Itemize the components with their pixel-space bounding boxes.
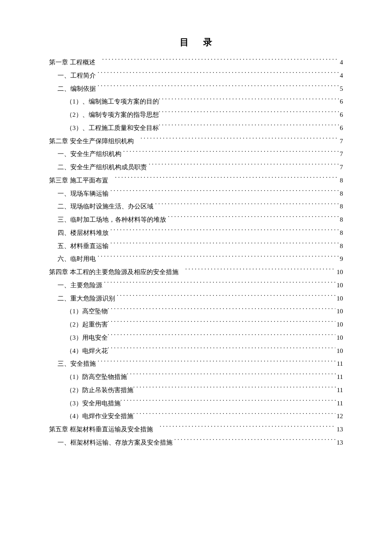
toc-entry-page: 13	[335, 436, 343, 449]
toc-entry: 二、重大危险源识别10	[49, 292, 343, 305]
toc-entry: （1）高空坠物10	[49, 305, 343, 318]
toc-entry: （3）用电安全10	[49, 331, 343, 344]
toc-dots	[121, 399, 336, 405]
toc-entry: 一、框架材料运输、存放方案及安全措施13	[49, 436, 343, 449]
toc-dots	[115, 176, 339, 182]
toc-dots	[117, 294, 335, 301]
toc-entry-label: （3）用电安全	[66, 331, 108, 344]
toc-entry-page: 10	[335, 292, 343, 305]
toc-dots	[108, 347, 336, 353]
toc-entry: 五、材料垂直运输8	[49, 240, 343, 253]
toc-entry-page: 7	[339, 161, 343, 174]
toc-dots	[159, 110, 339, 117]
toc-entry-page: 11	[336, 370, 343, 384]
toc-entry-label: （4）电焊作业安全措施	[66, 410, 133, 423]
toc-entry-label: 五、材料垂直运输	[58, 240, 109, 253]
toc-dots	[155, 202, 339, 208]
toc-entry-page: 11	[336, 357, 343, 370]
toc-entry: 第四章 本工程的主要危险源及相应的安全措施10	[49, 266, 343, 279]
toc-entry-page: 8	[339, 174, 343, 187]
toc-dots	[110, 242, 339, 248]
toc-entry-label: 一、安全生产组织机构	[58, 147, 121, 161]
toc-entry-label: （2）防止吊装伤害措施	[66, 384, 133, 397]
toc-entry: 二、现场临时设施生活、办公区域8	[49, 200, 343, 213]
toc-entry: 六、临时用电9	[49, 252, 343, 266]
toc-entry: 第一章 工程概述4	[49, 56, 343, 69]
toc-entry: 第五章 框架材料垂直运输及安全措施13	[49, 423, 343, 436]
toc-entry-label: 六、临时用电	[58, 252, 96, 266]
toc-entry-page: 6	[339, 95, 343, 108]
toc-entry: 四、楼层材料堆放8	[49, 226, 343, 240]
toc-entry-label: 第一章 工程概述	[49, 56, 95, 69]
toc-entry-label: 第三章 施工平面布置	[49, 174, 108, 187]
toc-entry: 三、临时加工场地，各种材料等的堆放8	[49, 213, 343, 226]
toc-dots	[159, 97, 339, 104]
toc-entry-page: 11	[336, 397, 343, 410]
toc-entry: （3）、工程施工质量和安全目标6	[49, 121, 343, 135]
toc-entry-label: 第五章 框架材料垂直运输及安全措施	[49, 423, 153, 436]
toc-entry-page: 5	[339, 82, 343, 95]
toc-dots	[110, 228, 339, 235]
toc-entry: 一、主要危险源10	[49, 279, 343, 292]
toc-entry-label: 一、工程简介	[58, 69, 96, 82]
toc-entry: 一、工程简介4	[49, 69, 343, 82]
toc-dots	[123, 150, 339, 156]
toc-dots	[102, 58, 339, 64]
toc-entry-label: 三、安全措施	[58, 357, 96, 370]
toc-dots	[127, 373, 336, 379]
toc-entry-page: 10	[335, 305, 343, 318]
toc-entry: 第二章 安全生产保障组织机构7	[49, 135, 343, 148]
toc-entry-page: 6	[339, 108, 343, 121]
toc-entry: （2）防止吊装伤害措施11	[49, 384, 343, 397]
toc-entry-label: 第二章 安全生产保障组织机构	[49, 135, 134, 148]
toc-title: 目 录	[49, 36, 343, 48]
toc-entry: （1）防高空坠物措施11	[49, 370, 343, 384]
toc-dots	[149, 163, 339, 169]
toc-container: 第一章 工程概述4一、工程简介4二、编制依据5（1）、编制施工专项方案的目的6（…	[49, 56, 343, 449]
toc-entry-label: （3）安全用电措施	[66, 397, 121, 410]
toc-entry-label: 一、框架材料运输、存放方案及安全措施	[58, 436, 173, 449]
toc-dots	[98, 254, 339, 261]
toc-entry: 二、安全生产组织机构成员职责7	[49, 161, 343, 174]
toc-entry: 一、安全生产组织机构7	[49, 147, 343, 161]
toc-dots	[141, 137, 339, 143]
toc-entry-page: 10	[335, 318, 343, 331]
toc-entry-page: 13	[335, 423, 343, 436]
toc-dots	[160, 425, 335, 431]
toc-entry-page: 10	[335, 331, 343, 344]
toc-entry-label: （4）电焊火花	[66, 344, 108, 358]
toc-entry-label: 二、现场临时设施生活、办公区域	[58, 200, 153, 213]
toc-entry-label: （1）、编制施工专项方案的目的	[66, 95, 159, 108]
toc-dots	[110, 189, 339, 196]
toc-entry: （2）起重伤害10	[49, 318, 343, 331]
toc-entry-label: （2）起重伤害	[66, 318, 108, 331]
toc-dots	[133, 386, 336, 392]
toc-entry: （1）、编制施工专项方案的目的6	[49, 95, 343, 108]
toc-entry-label: 二、安全生产组织机构成员职责	[58, 161, 147, 174]
toc-dots	[133, 412, 336, 418]
toc-entry-page: 8	[339, 213, 343, 226]
toc-entry-page: 12	[335, 410, 343, 423]
toc-entry-page: 8	[339, 200, 343, 213]
toc-dots	[98, 84, 339, 91]
toc-dots	[104, 281, 335, 287]
toc-dots	[185, 268, 335, 274]
toc-dots	[108, 307, 336, 313]
toc-entry-page: 7	[339, 147, 343, 161]
toc-entry: （4）电焊火花10	[49, 344, 343, 358]
toc-entry: 三、安全措施11	[49, 357, 343, 370]
toc-entry-label: 二、重大危险源识别	[58, 292, 115, 305]
toc-entry-page: 10	[335, 279, 343, 292]
toc-entry-page: 4	[339, 69, 343, 82]
toc-dots	[98, 359, 336, 366]
toc-entry-label: 二、编制依据	[58, 82, 96, 95]
toc-entry: （2）、编制专项方案的指导思想6	[49, 108, 343, 121]
toc-entry: 第三章 施工平面布置8	[49, 174, 343, 187]
toc-dots	[174, 438, 335, 445]
toc-dots	[98, 71, 339, 78]
toc-entry-page: 11	[336, 384, 343, 397]
toc-entry-label: 一、主要危险源	[58, 279, 102, 292]
toc-entry-page: 8	[339, 240, 343, 253]
toc-dots	[159, 124, 339, 130]
toc-entry-page: 4	[339, 56, 343, 69]
